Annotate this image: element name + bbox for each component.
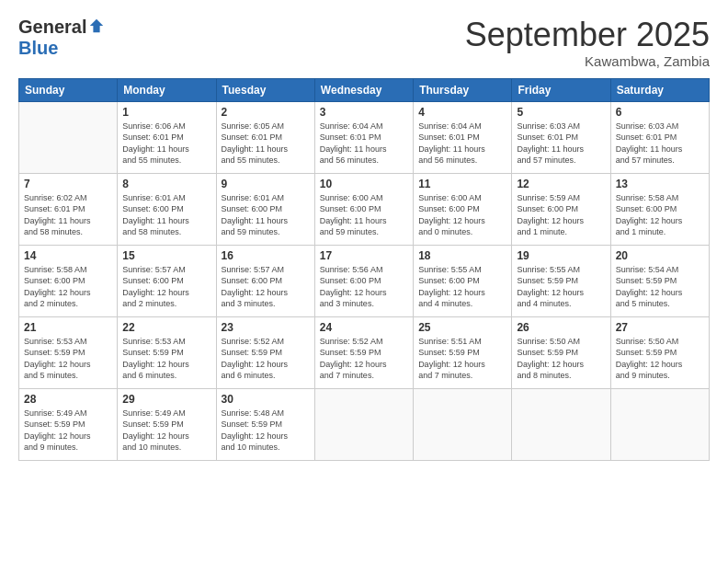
day-info: Sunrise: 5:54 AM Sunset: 5:59 PM Dayligh… [616, 264, 704, 310]
day-number: 28 [24, 393, 112, 406]
page-header: General Blue September 2025 Kawambwa, Za… [18, 17, 710, 69]
day-number: 7 [24, 178, 112, 190]
title-block: September 2025 Kawambwa, Zambia [465, 17, 710, 69]
calendar-cell: 5Sunrise: 6:03 AM Sunset: 6:01 PM Daylig… [512, 101, 610, 173]
day-info: Sunrise: 6:01 AM Sunset: 6:00 PM Dayligh… [222, 192, 310, 238]
weekday-header-tuesday: Tuesday [216, 78, 314, 101]
day-info: Sunrise: 5:49 AM Sunset: 5:59 PM Dayligh… [122, 408, 210, 454]
calendar-cell: 28Sunrise: 5:49 AM Sunset: 5:59 PM Dayli… [19, 388, 118, 460]
day-info: Sunrise: 5:49 AM Sunset: 5:59 PM Dayligh… [24, 408, 112, 454]
calendar-cell: 6Sunrise: 6:03 AM Sunset: 6:01 PM Daylig… [610, 101, 709, 173]
day-number: 24 [320, 321, 408, 334]
calendar-cell: 10Sunrise: 6:00 AM Sunset: 6:00 PM Dayli… [314, 173, 413, 245]
day-number: 11 [418, 178, 506, 190]
calendar-week-3: 14Sunrise: 5:58 AM Sunset: 6:00 PM Dayli… [19, 245, 710, 316]
weekday-header-row: SundayMondayTuesdayWednesdayThursdayFrid… [19, 78, 710, 101]
day-info: Sunrise: 6:00 AM Sunset: 6:00 PM Dayligh… [320, 192, 408, 238]
day-info: Sunrise: 5:50 AM Sunset: 5:59 PM Dayligh… [616, 336, 704, 382]
day-info: Sunrise: 6:02 AM Sunset: 6:01 PM Dayligh… [24, 192, 112, 238]
day-info: Sunrise: 5:51 AM Sunset: 5:59 PM Dayligh… [418, 336, 506, 382]
calendar-cell: 9Sunrise: 6:01 AM Sunset: 6:00 PM Daylig… [216, 173, 314, 245]
day-number: 8 [122, 178, 210, 190]
calendar-week-1: 1Sunrise: 6:06 AM Sunset: 6:01 PM Daylig… [19, 101, 710, 173]
calendar-cell: 2Sunrise: 6:05 AM Sunset: 6:01 PM Daylig… [216, 101, 314, 173]
weekday-header-friday: Friday [512, 78, 610, 101]
day-info: Sunrise: 5:57 AM Sunset: 6:00 PM Dayligh… [122, 264, 210, 310]
day-info: Sunrise: 6:03 AM Sunset: 6:01 PM Dayligh… [517, 121, 605, 167]
calendar-cell [19, 101, 118, 173]
day-number: 20 [616, 249, 704, 262]
day-number: 19 [517, 249, 605, 262]
day-info: Sunrise: 5:57 AM Sunset: 6:00 PM Dayligh… [222, 264, 310, 310]
day-number: 6 [616, 106, 704, 119]
day-info: Sunrise: 6:05 AM Sunset: 6:01 PM Dayligh… [222, 121, 310, 167]
day-info: Sunrise: 5:55 AM Sunset: 6:00 PM Dayligh… [418, 264, 506, 310]
day-info: Sunrise: 5:50 AM Sunset: 5:59 PM Dayligh… [517, 336, 605, 382]
day-info: Sunrise: 5:52 AM Sunset: 5:59 PM Dayligh… [320, 336, 408, 382]
calendar-cell [414, 388, 512, 460]
calendar-cell: 3Sunrise: 6:04 AM Sunset: 6:01 PM Daylig… [314, 101, 413, 173]
calendar-cell: 19Sunrise: 5:55 AM Sunset: 5:59 PM Dayli… [512, 245, 610, 316]
day-number: 27 [616, 321, 704, 334]
calendar-cell [512, 388, 610, 460]
day-number: 5 [517, 106, 605, 119]
svg-marker-0 [90, 18, 103, 31]
day-info: Sunrise: 6:04 AM Sunset: 6:01 PM Dayligh… [418, 121, 506, 167]
weekday-header-wednesday: Wednesday [314, 78, 413, 101]
day-info: Sunrise: 5:59 AM Sunset: 6:00 PM Dayligh… [517, 192, 605, 238]
calendar-cell: 16Sunrise: 5:57 AM Sunset: 6:00 PM Dayli… [216, 245, 314, 316]
calendar-cell: 1Sunrise: 6:06 AM Sunset: 6:01 PM Daylig… [118, 101, 216, 173]
day-number: 14 [24, 249, 112, 262]
day-info: Sunrise: 6:06 AM Sunset: 6:01 PM Dayligh… [122, 121, 210, 167]
calendar-cell: 23Sunrise: 5:52 AM Sunset: 5:59 PM Dayli… [216, 316, 314, 388]
day-number: 16 [222, 249, 310, 262]
day-info: Sunrise: 5:55 AM Sunset: 5:59 PM Dayligh… [517, 264, 605, 310]
day-number: 21 [24, 321, 112, 334]
calendar-table: SundayMondayTuesdayWednesdayThursdayFrid… [18, 78, 710, 461]
logo-blue: Blue [18, 38, 58, 59]
calendar-week-5: 28Sunrise: 5:49 AM Sunset: 5:59 PM Dayli… [19, 388, 710, 460]
calendar-cell: 25Sunrise: 5:51 AM Sunset: 5:59 PM Dayli… [414, 316, 512, 388]
day-number: 25 [418, 321, 506, 334]
day-number: 18 [418, 249, 506, 262]
calendar-cell: 12Sunrise: 5:59 AM Sunset: 6:00 PM Dayli… [512, 173, 610, 245]
day-info: Sunrise: 6:01 AM Sunset: 6:00 PM Dayligh… [122, 192, 210, 238]
day-number: 4 [418, 106, 506, 119]
calendar-cell: 22Sunrise: 5:53 AM Sunset: 5:59 PM Dayli… [118, 316, 216, 388]
day-info: Sunrise: 5:53 AM Sunset: 5:59 PM Dayligh… [122, 336, 210, 382]
calendar-cell: 11Sunrise: 6:00 AM Sunset: 6:00 PM Dayli… [414, 173, 512, 245]
calendar-week-2: 7Sunrise: 6:02 AM Sunset: 6:01 PM Daylig… [19, 173, 710, 245]
day-info: Sunrise: 6:04 AM Sunset: 6:01 PM Dayligh… [320, 121, 408, 167]
month-title: September 2025 [465, 17, 710, 53]
day-number: 30 [222, 393, 310, 406]
calendar-cell: 20Sunrise: 5:54 AM Sunset: 5:59 PM Dayli… [610, 245, 709, 316]
day-number: 15 [122, 249, 210, 262]
day-info: Sunrise: 5:48 AM Sunset: 5:59 PM Dayligh… [222, 408, 310, 454]
day-number: 3 [320, 106, 408, 119]
calendar-body: 1Sunrise: 6:06 AM Sunset: 6:01 PM Daylig… [19, 101, 710, 460]
calendar-cell: 30Sunrise: 5:48 AM Sunset: 5:59 PM Dayli… [216, 388, 314, 460]
logo-icon [88, 17, 105, 34]
calendar-cell: 27Sunrise: 5:50 AM Sunset: 5:59 PM Dayli… [610, 316, 709, 388]
weekday-header-saturday: Saturday [610, 78, 709, 101]
calendar-cell: 4Sunrise: 6:04 AM Sunset: 6:01 PM Daylig… [414, 101, 512, 173]
day-info: Sunrise: 5:58 AM Sunset: 6:00 PM Dayligh… [24, 264, 112, 310]
day-info: Sunrise: 5:52 AM Sunset: 5:59 PM Dayligh… [222, 336, 310, 382]
day-info: Sunrise: 5:53 AM Sunset: 5:59 PM Dayligh… [24, 336, 112, 382]
location-subtitle: Kawambwa, Zambia [465, 53, 710, 69]
calendar-cell: 7Sunrise: 6:02 AM Sunset: 6:01 PM Daylig… [19, 173, 118, 245]
calendar-cell: 18Sunrise: 5:55 AM Sunset: 6:00 PM Dayli… [414, 245, 512, 316]
calendar-cell: 29Sunrise: 5:49 AM Sunset: 5:59 PM Dayli… [118, 388, 216, 460]
day-number: 2 [222, 106, 310, 119]
day-number: 22 [122, 321, 210, 334]
day-number: 26 [517, 321, 605, 334]
day-number: 17 [320, 249, 408, 262]
day-info: Sunrise: 5:58 AM Sunset: 6:00 PM Dayligh… [616, 192, 704, 238]
weekday-header-thursday: Thursday [414, 78, 512, 101]
calendar-cell: 15Sunrise: 5:57 AM Sunset: 6:00 PM Dayli… [118, 245, 216, 316]
calendar-cell: 24Sunrise: 5:52 AM Sunset: 5:59 PM Dayli… [314, 316, 413, 388]
calendar-week-4: 21Sunrise: 5:53 AM Sunset: 5:59 PM Dayli… [19, 316, 710, 388]
weekday-header-monday: Monday [118, 78, 216, 101]
day-number: 29 [122, 393, 210, 406]
calendar-cell: 13Sunrise: 5:58 AM Sunset: 6:00 PM Dayli… [610, 173, 709, 245]
